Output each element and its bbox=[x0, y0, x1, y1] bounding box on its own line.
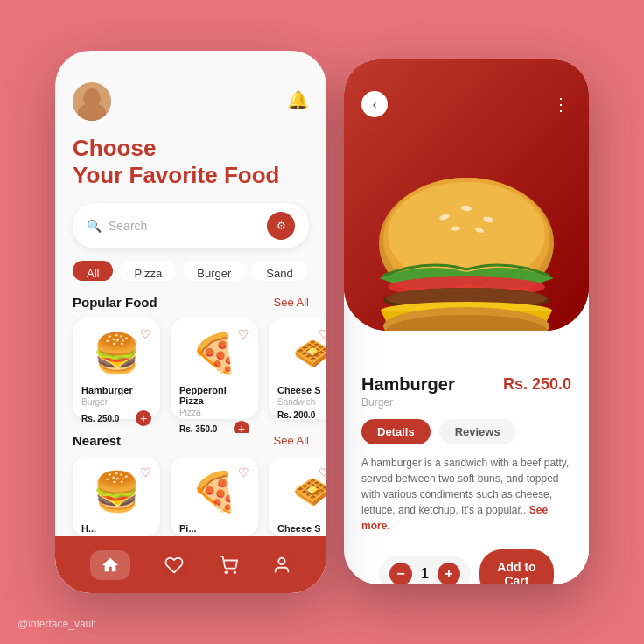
nav-favorites[interactable] bbox=[164, 556, 184, 575]
food-card-pizza[interactable]: ♡ 🍕 Pepperoni Pizza Pizza Rs. 350.0 + bbox=[171, 318, 258, 419]
nearest-food-list: ♡ 🍔 H... Burger ♡ 🍕 Pi... Pizza ♡ bbox=[55, 457, 326, 536]
back-button[interactable]: ‹ bbox=[361, 91, 388, 117]
food-price: Rs. 250.0 bbox=[81, 414, 119, 424]
item-name: Hamburger bbox=[361, 374, 455, 395]
nearest-card-burger[interactable]: ♡ 🍔 H... Burger bbox=[73, 457, 160, 536]
food-name: Hamburger bbox=[81, 385, 151, 396]
bottom-navigation bbox=[55, 536, 326, 593]
food-name: Cheese S bbox=[277, 523, 326, 534]
tab-reviews[interactable]: Reviews bbox=[439, 419, 516, 444]
add-to-cart-icon[interactable]: + bbox=[136, 410, 151, 426]
favorite-icon[interactable]: ♡ bbox=[238, 466, 249, 480]
popular-title: Popular Food bbox=[73, 295, 158, 310]
nav-home[interactable] bbox=[90, 550, 130, 580]
left-header: 🔔 bbox=[55, 51, 326, 135]
food-price: Rs. 200.0 bbox=[277, 410, 315, 419]
search-icon: 🔍 bbox=[87, 219, 102, 233]
add-to-cart-button[interactable]: Add to Cart bbox=[480, 550, 554, 584]
item-price: Rs. 250.0 bbox=[503, 375, 571, 394]
category-pizza[interactable]: Pizza bbox=[120, 261, 176, 281]
food-card-hamburger[interactable]: ♡ 🍔 Hamburger Burger Rs. 250.0 + bbox=[73, 318, 160, 419]
svg-point-0 bbox=[73, 82, 111, 121]
title-highlight: Food bbox=[224, 162, 280, 188]
food-name: Pi... bbox=[179, 523, 249, 534]
category-burger[interactable]: Burger bbox=[183, 261, 245, 281]
more-options-button[interactable]: ⋮ bbox=[552, 94, 571, 115]
favorite-icon[interactable]: ♡ bbox=[318, 466, 326, 480]
quantity-controls: − 1 + bbox=[379, 556, 471, 584]
svg-point-3 bbox=[225, 571, 227, 573]
food-name: Pepperoni Pizza bbox=[179, 385, 249, 406]
detail-nav: ‹ ⋮ bbox=[344, 60, 589, 117]
right-phone: ‹ ⋮ bbox=[344, 60, 589, 584]
food-price-row: Rs. 200.0 bbox=[277, 410, 326, 419]
page-title: Choose Your Favorite Food bbox=[55, 135, 326, 203]
tab-details[interactable]: Details bbox=[361, 419, 430, 444]
nearest-title: Nearest bbox=[73, 433, 121, 448]
left-phone: 🔔 Choose Your Favorite Food 🔍 Search ⚙ A… bbox=[55, 51, 326, 593]
favorite-icon[interactable]: ♡ bbox=[318, 327, 326, 341]
food-card-cheese[interactable]: ♡ 🧇 Cheese S Sandwich Rs. 200.0 bbox=[269, 318, 326, 419]
title-line2: Your Favorite bbox=[73, 162, 224, 188]
filter-button[interactable]: ⚙ bbox=[267, 212, 295, 240]
food-name: H... bbox=[81, 523, 151, 534]
popular-see-all[interactable]: See All bbox=[274, 296, 309, 309]
quantity-value: 1 bbox=[421, 566, 429, 582]
quantity-increase-button[interactable]: + bbox=[438, 563, 460, 584]
nearest-card-pizza[interactable]: ♡ 🍕 Pi... Pizza bbox=[171, 457, 258, 536]
category-all[interactable]: All bbox=[73, 261, 113, 281]
popular-section-header: Popular Food See All bbox=[55, 295, 326, 318]
search-bar[interactable]: 🔍 Search ⚙ bbox=[73, 203, 309, 248]
popular-food-list: ♡ 🍔 Hamburger Burger Rs. 250.0 + ♡ 🍕 bbox=[55, 318, 326, 433]
detail-hero: ‹ ⋮ bbox=[344, 60, 589, 331]
favorite-icon[interactable]: ♡ bbox=[140, 466, 151, 480]
watermark-text: @interface_vault bbox=[18, 618, 96, 630]
food-name: Cheese S bbox=[277, 385, 326, 396]
item-title-row: Hamburger Rs. 250.0 bbox=[361, 374, 571, 395]
svg-point-5 bbox=[279, 557, 285, 564]
favorite-icon[interactable]: ♡ bbox=[140, 327, 151, 341]
filter-icon: ⚙ bbox=[276, 220, 286, 232]
item-category: Burger bbox=[361, 396, 571, 409]
food-price-row: Rs. 250.0 + bbox=[81, 410, 151, 426]
favorite-icon[interactable]: ♡ bbox=[238, 327, 249, 341]
nearest-card-cheese[interactable]: ♡ 🧇 Cheese S Sandwi bbox=[269, 457, 326, 536]
detail-content: Hamburger Rs. 250.0 Burger Details Revie… bbox=[344, 331, 589, 584]
category-list: All Pizza Burger Sand bbox=[55, 261, 326, 295]
nav-profile[interactable] bbox=[272, 556, 291, 575]
food-price-row: Rs. 350.0 + bbox=[179, 421, 249, 433]
food-category: Burger bbox=[81, 536, 151, 536]
svg-point-4 bbox=[234, 571, 235, 573]
food-category: Pizza bbox=[179, 408, 249, 417]
quantity-decrease-button[interactable]: − bbox=[389, 563, 412, 584]
svg-point-1 bbox=[84, 88, 100, 104]
detail-tabs: Details Reviews bbox=[361, 419, 571, 444]
item-description: A hamburger is a sandwich with a beef pa… bbox=[361, 455, 571, 534]
add-to-cart-actions: − 1 + Add to Cart bbox=[361, 537, 571, 584]
search-input[interactable]: Search bbox=[108, 219, 260, 233]
nearest-section-header: Nearest See All bbox=[55, 433, 326, 457]
hero-food-image bbox=[353, 164, 580, 331]
food-price: Rs. 350.0 bbox=[179, 424, 217, 433]
nearest-see-all[interactable]: See All bbox=[274, 434, 309, 447]
food-category: Burger bbox=[81, 397, 151, 407]
add-to-cart-icon[interactable]: + bbox=[234, 421, 249, 433]
food-category: Sandwich bbox=[277, 397, 326, 407]
notification-bell-icon[interactable]: 🔔 bbox=[287, 89, 309, 110]
category-sandwich[interactable]: Sand bbox=[252, 261, 306, 281]
svg-point-2 bbox=[80, 107, 104, 121]
avatar bbox=[73, 82, 111, 121]
food-category: Pizza bbox=[179, 536, 249, 536]
food-category: Sandwi bbox=[277, 536, 326, 536]
title-line1: Choose bbox=[73, 135, 156, 161]
nav-cart[interactable] bbox=[219, 556, 238, 575]
